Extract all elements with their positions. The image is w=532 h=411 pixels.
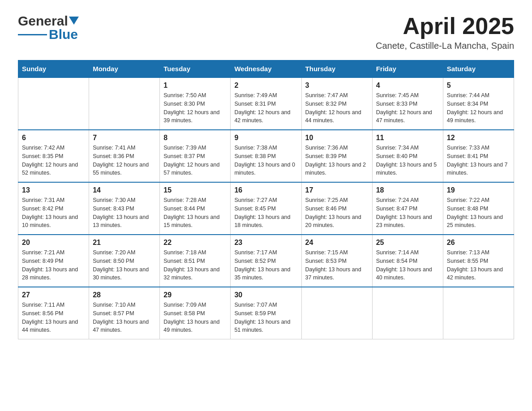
day-info: Sunrise: 7:21 AMSunset: 8:49 PMDaylight:… — [22, 248, 85, 282]
calendar-header-row: Sunday Monday Tuesday Wednesday Thursday… — [18, 60, 514, 78]
day-number: 6 — [22, 134, 85, 142]
calendar-cell-w2-d4: 9 Sunrise: 7:38 AMSunset: 8:38 PMDayligh… — [231, 130, 301, 182]
logo-general-text: General — [18, 13, 68, 29]
day-info: Sunrise: 7:33 AMSunset: 8:41 PMDaylight:… — [447, 144, 510, 177]
day-info: Sunrise: 7:18 AMSunset: 8:51 PMDaylight:… — [163, 248, 227, 282]
day-info: Sunrise: 7:11 AMSunset: 8:56 PMDaylight:… — [22, 301, 85, 334]
day-number: 4 — [376, 81, 439, 90]
calendar-cell-w3-d5: 17 Sunrise: 7:25 AMSunset: 8:46 PMDaylig… — [301, 182, 372, 235]
col-thursday: Thursday — [301, 60, 372, 78]
day-info: Sunrise: 7:47 AMSunset: 8:32 PMDaylight:… — [305, 91, 369, 125]
col-wednesday: Wednesday — [231, 60, 301, 78]
calendar-cell-w4-d5: 24 Sunrise: 7:15 AMSunset: 8:53 PMDaylig… — [301, 235, 372, 287]
day-number: 9 — [234, 134, 297, 142]
calendar-cell-w2-d7: 12 Sunrise: 7:33 AMSunset: 8:41 PMDaylig… — [443, 130, 514, 182]
calendar-cell-w4-d3: 22 Sunrise: 7:18 AMSunset: 8:51 PMDaylig… — [160, 235, 231, 287]
day-info: Sunrise: 7:31 AMSunset: 8:42 PMDaylight:… — [22, 196, 85, 230]
calendar-week-1: 1 Sunrise: 7:50 AMSunset: 8:30 PMDayligh… — [18, 77, 514, 130]
day-info: Sunrise: 7:42 AMSunset: 8:35 PMDaylight:… — [22, 144, 85, 177]
calendar-table: Sunday Monday Tuesday Wednesday Thursday… — [18, 60, 514, 339]
calendar-week-2: 6 Sunrise: 7:42 AMSunset: 8:35 PMDayligh… — [18, 130, 514, 182]
day-number: 30 — [234, 291, 297, 299]
col-friday: Friday — [372, 60, 443, 78]
calendar-cell-w2-d2: 7 Sunrise: 7:41 AMSunset: 8:36 PMDayligh… — [89, 130, 160, 182]
logo: General Blue — [18, 13, 79, 42]
day-number: 14 — [93, 186, 156, 194]
calendar-week-5: 27 Sunrise: 7:11 AMSunset: 8:56 PMDaylig… — [18, 287, 514, 339]
day-number: 7 — [93, 134, 156, 142]
col-saturday: Saturday — [443, 60, 514, 78]
col-sunday: Sunday — [18, 60, 89, 78]
calendar-cell-w5-d4: 30 Sunrise: 7:07 AMSunset: 8:59 PMDaylig… — [231, 287, 301, 339]
day-info: Sunrise: 7:50 AMSunset: 8:30 PMDaylight:… — [163, 91, 227, 125]
calendar-cell-w5-d3: 29 Sunrise: 7:09 AMSunset: 8:58 PMDaylig… — [160, 287, 231, 339]
logo-triangle-icon — [69, 17, 79, 26]
day-number: 12 — [447, 134, 510, 142]
day-number: 25 — [376, 239, 439, 247]
calendar-cell-w3-d4: 16 Sunrise: 7:27 AMSunset: 8:45 PMDaylig… — [231, 182, 301, 235]
calendar-cell-w4-d1: 20 Sunrise: 7:21 AMSunset: 8:49 PMDaylig… — [18, 235, 89, 287]
day-number: 2 — [234, 81, 297, 90]
day-number: 28 — [93, 291, 156, 299]
day-number: 22 — [163, 239, 227, 247]
day-number: 8 — [163, 134, 227, 142]
day-info: Sunrise: 7:36 AMSunset: 8:39 PMDaylight:… — [305, 144, 369, 177]
day-info: Sunrise: 7:20 AMSunset: 8:50 PMDaylight:… — [93, 248, 156, 282]
calendar-cell-w5-d5 — [301, 287, 372, 339]
calendar-cell-w1-d7: 5 Sunrise: 7:44 AMSunset: 8:34 PMDayligh… — [443, 77, 514, 130]
day-info: Sunrise: 7:44 AMSunset: 8:34 PMDaylight:… — [447, 91, 510, 125]
calendar-cell-w1-d3: 1 Sunrise: 7:50 AMSunset: 8:30 PMDayligh… — [160, 77, 231, 130]
day-info: Sunrise: 7:22 AMSunset: 8:48 PMDaylight:… — [447, 196, 510, 230]
day-number: 19 — [447, 186, 510, 194]
calendar-cell-w3-d1: 13 Sunrise: 7:31 AMSunset: 8:42 PMDaylig… — [18, 182, 89, 235]
day-info: Sunrise: 7:41 AMSunset: 8:36 PMDaylight:… — [93, 144, 156, 177]
day-info: Sunrise: 7:25 AMSunset: 8:46 PMDaylight:… — [305, 196, 369, 230]
calendar-cell-w4-d4: 23 Sunrise: 7:17 AMSunset: 8:52 PMDaylig… — [231, 235, 301, 287]
col-tuesday: Tuesday — [160, 60, 231, 78]
day-number: 23 — [234, 239, 297, 247]
calendar-cell-w5-d2: 28 Sunrise: 7:10 AMSunset: 8:57 PMDaylig… — [89, 287, 160, 339]
calendar-cell-w5-d7 — [443, 287, 514, 339]
calendar-cell-w3-d6: 18 Sunrise: 7:24 AMSunset: 8:47 PMDaylig… — [372, 182, 443, 235]
day-number: 20 — [22, 239, 85, 247]
day-number: 5 — [447, 81, 510, 90]
day-info: Sunrise: 7:24 AMSunset: 8:47 PMDaylight:… — [376, 196, 439, 230]
day-number: 27 — [22, 291, 85, 299]
logo-blue-text: Blue — [49, 27, 78, 42]
day-info: Sunrise: 7:17 AMSunset: 8:52 PMDaylight:… — [234, 248, 297, 282]
day-info: Sunrise: 7:38 AMSunset: 8:38 PMDaylight:… — [234, 144, 297, 177]
calendar-cell-w2-d5: 10 Sunrise: 7:36 AMSunset: 8:39 PMDaylig… — [301, 130, 372, 182]
day-info: Sunrise: 7:27 AMSunset: 8:45 PMDaylight:… — [234, 196, 297, 230]
day-number: 1 — [163, 81, 227, 90]
calendar-cell-w3-d7: 19 Sunrise: 7:22 AMSunset: 8:48 PMDaylig… — [443, 182, 514, 235]
calendar-cell-w4-d6: 25 Sunrise: 7:14 AMSunset: 8:54 PMDaylig… — [372, 235, 443, 287]
calendar-cell-w1-d4: 2 Sunrise: 7:49 AMSunset: 8:31 PMDayligh… — [231, 77, 301, 130]
day-number: 26 — [447, 239, 510, 247]
page-subtitle: Canete, Castille-La Mancha, Spain — [376, 41, 514, 51]
day-info: Sunrise: 7:15 AMSunset: 8:53 PMDaylight:… — [305, 248, 369, 282]
col-monday: Monday — [89, 60, 160, 78]
day-number: 3 — [305, 81, 369, 90]
day-info: Sunrise: 7:10 AMSunset: 8:57 PMDaylight:… — [93, 301, 156, 334]
calendar-cell-w4-d7: 26 Sunrise: 7:13 AMSunset: 8:55 PMDaylig… — [443, 235, 514, 287]
calendar-cell-w1-d5: 3 Sunrise: 7:47 AMSunset: 8:32 PMDayligh… — [301, 77, 372, 130]
page-title: April 2025 — [376, 13, 514, 39]
svg-marker-0 — [69, 17, 79, 25]
calendar-week-4: 20 Sunrise: 7:21 AMSunset: 8:49 PMDaylig… — [18, 235, 514, 287]
title-block: April 2025 Canete, Castille-La Mancha, S… — [376, 13, 514, 51]
calendar-cell-w2-d3: 8 Sunrise: 7:39 AMSunset: 8:37 PMDayligh… — [160, 130, 231, 182]
page-header: General Blue April 2025 Canete, Castille… — [18, 13, 514, 51]
calendar-cell-w4-d2: 21 Sunrise: 7:20 AMSunset: 8:50 PMDaylig… — [89, 235, 160, 287]
day-info: Sunrise: 7:13 AMSunset: 8:55 PMDaylight:… — [447, 248, 510, 282]
day-info: Sunrise: 7:30 AMSunset: 8:43 PMDaylight:… — [93, 196, 156, 230]
day-number: 24 — [305, 239, 369, 247]
day-number: 16 — [234, 186, 297, 194]
day-info: Sunrise: 7:14 AMSunset: 8:54 PMDaylight:… — [376, 248, 439, 282]
day-number: 29 — [163, 291, 227, 299]
day-number: 10 — [305, 134, 369, 142]
calendar-cell-w1-d6: 4 Sunrise: 7:45 AMSunset: 8:33 PMDayligh… — [372, 77, 443, 130]
day-info: Sunrise: 7:09 AMSunset: 8:58 PMDaylight:… — [163, 301, 227, 334]
day-number: 18 — [376, 186, 439, 194]
day-info: Sunrise: 7:07 AMSunset: 8:59 PMDaylight:… — [234, 301, 297, 334]
day-info: Sunrise: 7:49 AMSunset: 8:31 PMDaylight:… — [234, 91, 297, 125]
